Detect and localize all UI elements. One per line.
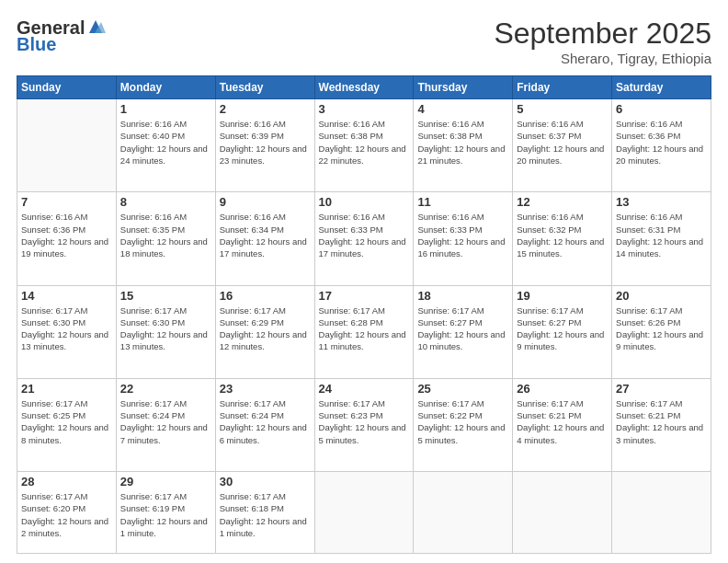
cell-info: Sunrise: 6:17 AMSunset: 6:25 PMDaylight:… (21, 397, 112, 446)
day-header-saturday: Saturday (612, 76, 711, 99)
day-number: 1 (120, 102, 211, 116)
day-number: 5 (517, 102, 608, 116)
calendar-cell: 14Sunrise: 6:17 AMSunset: 6:30 PMDayligh… (17, 285, 117, 378)
header: General Blue September 2025 Sheraro, Tig… (17, 17, 711, 66)
cell-info: Sunrise: 6:16 AMSunset: 6:36 PMDaylight:… (21, 211, 112, 259)
calendar-cell: 7Sunrise: 6:16 AMSunset: 6:36 PMDaylight… (17, 192, 117, 285)
calendar-week-row: 28Sunrise: 6:17 AMSunset: 6:20 PMDayligh… (17, 472, 711, 554)
calendar-cell: 18Sunrise: 6:17 AMSunset: 6:27 PMDayligh… (414, 285, 513, 378)
cell-info: Sunrise: 6:16 AMSunset: 6:40 PMDaylight:… (120, 118, 211, 167)
cell-info: Sunrise: 6:17 AMSunset: 6:30 PMDaylight:… (120, 304, 211, 353)
cell-info: Sunrise: 6:17 AMSunset: 6:26 PMDaylight:… (616, 304, 707, 353)
day-header-monday: Monday (116, 76, 215, 99)
calendar-cell: 20Sunrise: 6:17 AMSunset: 6:26 PMDayligh… (612, 285, 711, 378)
logo-blue: Blue (17, 35, 56, 53)
calendar-cell: 10Sunrise: 6:16 AMSunset: 6:33 PMDayligh… (314, 192, 414, 285)
day-number: 13 (616, 195, 707, 209)
day-number: 2 (220, 102, 311, 116)
day-number: 14 (21, 289, 112, 303)
calendar-table: SundayMondayTuesdayWednesdayThursdayFrid… (17, 75, 711, 554)
calendar-week-row: 14Sunrise: 6:17 AMSunset: 6:30 PMDayligh… (17, 285, 711, 378)
calendar-cell: 2Sunrise: 6:16 AMSunset: 6:39 PMDaylight… (215, 99, 314, 192)
day-number: 16 (220, 289, 311, 303)
calendar-week-row: 1Sunrise: 6:16 AMSunset: 6:40 PMDaylight… (17, 99, 711, 192)
cell-info: Sunrise: 6:17 AMSunset: 6:18 PMDaylight:… (220, 490, 311, 539)
logo-icon (85, 17, 106, 37)
calendar-week-row: 21Sunrise: 6:17 AMSunset: 6:25 PMDayligh… (17, 378, 711, 471)
calendar-cell: 5Sunrise: 6:16 AMSunset: 6:37 PMDaylight… (513, 99, 612, 192)
day-number: 19 (517, 289, 608, 303)
cell-info: Sunrise: 6:17 AMSunset: 6:28 PMDaylight:… (319, 304, 410, 353)
calendar-cell: 28Sunrise: 6:17 AMSunset: 6:20 PMDayligh… (17, 472, 117, 554)
calendar-header-row: SundayMondayTuesdayWednesdayThursdayFrid… (17, 76, 711, 99)
calendar-cell: 29Sunrise: 6:17 AMSunset: 6:19 PMDayligh… (116, 472, 215, 554)
day-number: 8 (120, 195, 211, 209)
day-number: 25 (417, 382, 508, 396)
cell-info: Sunrise: 6:17 AMSunset: 6:21 PMDaylight:… (616, 397, 707, 446)
calendar-cell: 6Sunrise: 6:16 AMSunset: 6:36 PMDaylight… (612, 99, 711, 192)
day-number: 4 (417, 102, 508, 116)
cell-info: Sunrise: 6:16 AMSunset: 6:38 PMDaylight:… (319, 118, 410, 167)
location-subtitle: Sheraro, Tigray, Ethiopia (494, 51, 711, 66)
calendar-cell: 25Sunrise: 6:17 AMSunset: 6:22 PMDayligh… (414, 378, 513, 471)
cell-info: Sunrise: 6:17 AMSunset: 6:24 PMDaylight:… (220, 397, 311, 446)
calendar-cell (612, 472, 711, 554)
calendar-cell: 17Sunrise: 6:17 AMSunset: 6:28 PMDayligh… (314, 285, 414, 378)
calendar-cell: 16Sunrise: 6:17 AMSunset: 6:29 PMDayligh… (215, 285, 314, 378)
calendar-cell: 8Sunrise: 6:16 AMSunset: 6:35 PMDaylight… (116, 192, 215, 285)
cell-info: Sunrise: 6:17 AMSunset: 6:19 PMDaylight:… (120, 490, 211, 539)
calendar-cell (414, 472, 513, 554)
cell-info: Sunrise: 6:17 AMSunset: 6:27 PMDaylight:… (417, 304, 508, 353)
logo: General Blue (17, 17, 106, 53)
calendar-cell: 13Sunrise: 6:16 AMSunset: 6:31 PMDayligh… (612, 192, 711, 285)
day-header-friday: Friday (513, 76, 612, 99)
cell-info: Sunrise: 6:17 AMSunset: 6:22 PMDaylight:… (417, 397, 508, 446)
calendar-cell: 24Sunrise: 6:17 AMSunset: 6:23 PMDayligh… (314, 378, 414, 471)
day-number: 12 (517, 195, 608, 209)
day-number: 18 (417, 289, 508, 303)
cell-info: Sunrise: 6:16 AMSunset: 6:35 PMDaylight:… (120, 211, 211, 259)
calendar-cell: 15Sunrise: 6:17 AMSunset: 6:30 PMDayligh… (116, 285, 215, 378)
day-number: 7 (21, 195, 112, 209)
day-number: 10 (319, 195, 410, 209)
calendar-cell: 11Sunrise: 6:16 AMSunset: 6:33 PMDayligh… (414, 192, 513, 285)
calendar-cell: 4Sunrise: 6:16 AMSunset: 6:38 PMDaylight… (414, 99, 513, 192)
calendar-week-row: 7Sunrise: 6:16 AMSunset: 6:36 PMDaylight… (17, 192, 711, 285)
cell-info: Sunrise: 6:17 AMSunset: 6:24 PMDaylight:… (120, 397, 211, 446)
day-header-sunday: Sunday (17, 76, 117, 99)
cell-info: Sunrise: 6:16 AMSunset: 6:39 PMDaylight:… (220, 118, 311, 167)
calendar-cell: 26Sunrise: 6:17 AMSunset: 6:21 PMDayligh… (513, 378, 612, 471)
cell-info: Sunrise: 6:16 AMSunset: 6:36 PMDaylight:… (616, 118, 707, 167)
calendar-cell: 22Sunrise: 6:17 AMSunset: 6:24 PMDayligh… (116, 378, 215, 471)
cell-info: Sunrise: 6:16 AMSunset: 6:32 PMDaylight:… (517, 211, 608, 259)
day-number: 17 (319, 289, 410, 303)
day-number: 20 (616, 289, 707, 303)
day-number: 29 (120, 475, 211, 488)
day-header-tuesday: Tuesday (215, 76, 314, 99)
cell-info: Sunrise: 6:17 AMSunset: 6:27 PMDaylight:… (517, 304, 608, 353)
calendar-cell: 12Sunrise: 6:16 AMSunset: 6:32 PMDayligh… (513, 192, 612, 285)
calendar-cell: 27Sunrise: 6:17 AMSunset: 6:21 PMDayligh… (612, 378, 711, 471)
day-header-thursday: Thursday (414, 76, 513, 99)
cell-info: Sunrise: 6:16 AMSunset: 6:37 PMDaylight:… (517, 118, 608, 167)
day-number: 23 (220, 382, 311, 396)
calendar-cell: 9Sunrise: 6:16 AMSunset: 6:34 PMDaylight… (215, 192, 314, 285)
day-number: 27 (616, 382, 707, 396)
day-number: 21 (21, 382, 112, 396)
day-number: 22 (120, 382, 211, 396)
day-number: 9 (220, 195, 311, 209)
calendar-cell: 3Sunrise: 6:16 AMSunset: 6:38 PMDaylight… (314, 99, 414, 192)
cell-info: Sunrise: 6:16 AMSunset: 6:33 PMDaylight:… (417, 211, 508, 259)
day-number: 11 (417, 195, 508, 209)
cell-info: Sunrise: 6:16 AMSunset: 6:31 PMDaylight:… (616, 211, 707, 259)
calendar-cell: 19Sunrise: 6:17 AMSunset: 6:27 PMDayligh… (513, 285, 612, 378)
calendar-cell: 21Sunrise: 6:17 AMSunset: 6:25 PMDayligh… (17, 378, 117, 471)
cell-info: Sunrise: 6:17 AMSunset: 6:21 PMDaylight:… (517, 397, 608, 446)
cell-info: Sunrise: 6:16 AMSunset: 6:34 PMDaylight:… (220, 211, 311, 259)
calendar-cell: 1Sunrise: 6:16 AMSunset: 6:40 PMDaylight… (116, 99, 215, 192)
cell-info: Sunrise: 6:17 AMSunset: 6:23 PMDaylight:… (319, 397, 410, 446)
day-number: 6 (616, 102, 707, 116)
day-number: 30 (220, 475, 311, 488)
calendar-cell: 30Sunrise: 6:17 AMSunset: 6:18 PMDayligh… (215, 472, 314, 554)
cell-info: Sunrise: 6:16 AMSunset: 6:38 PMDaylight:… (417, 118, 508, 167)
